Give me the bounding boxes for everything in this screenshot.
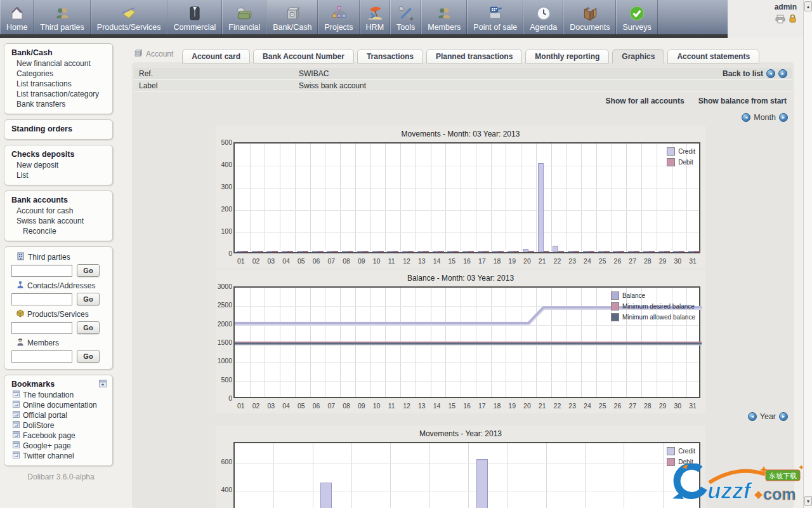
bookmark-icon	[13, 420, 20, 431]
menu-item-home[interactable]: Home	[0, 0, 34, 34]
sidebar-box-title[interactable]: Bank/Cash	[8, 47, 109, 58]
third-parties-search-input[interactable]	[11, 265, 72, 277]
debit-bar	[604, 251, 610, 252]
sidebar-box-title[interactable]: Bank accounts	[8, 194, 109, 206]
sidebar-link-new-deposit[interactable]: New deposit	[8, 160, 109, 170]
bookmark-twitter-channel[interactable]: Twitter channel	[8, 451, 109, 461]
tab-bank-account-number[interactable]: Bank Account Number	[253, 49, 354, 64]
tab-account-card[interactable]: Account card	[182, 49, 250, 64]
agenda-icon	[535, 3, 552, 23]
debit-bar	[619, 251, 624, 252]
menu-item-third-parties[interactable]: Third parties	[34, 0, 90, 34]
show-all-accounts-link[interactable]: Show for all accounts	[606, 97, 684, 105]
sidebar-link-account-for-cash[interactable]: Account for cash	[8, 206, 109, 216]
credit-bar	[357, 251, 363, 252]
menu-item-financial[interactable]: Financial	[222, 0, 266, 34]
next-month-button[interactable]: ►	[779, 113, 788, 122]
debit-bar	[453, 251, 459, 252]
tab-monthly-reporting[interactable]: Monthly reporting	[525, 49, 609, 64]
menu-item-products-services[interactable]: Products/Services	[91, 0, 167, 34]
contacts-addresses-search-input[interactable]	[11, 293, 72, 305]
menu-item-agenda[interactable]: Agenda	[523, 0, 563, 34]
next-year-button[interactable]: ►	[779, 412, 788, 421]
sidebar-link-list[interactable]: List	[8, 170, 109, 180]
menu-item-bank-cash[interactable]: Bank/Cash	[266, 0, 318, 34]
x-axis-tick: 16	[459, 257, 475, 265]
bookmark-google-page[interactable]: Google+ page	[8, 441, 109, 451]
logged-user-link[interactable]: admin	[728, 3, 797, 11]
bookmark-facebook-page[interactable]: Facebook page	[8, 431, 109, 441]
legend-swatch	[611, 291, 619, 300]
third-parties-go-button[interactable]: Go	[77, 264, 100, 277]
products-services-search-input[interactable]	[11, 322, 72, 334]
vertical-scrollbar[interactable]: ▲ ▼	[803, 0, 812, 508]
contacts-addresses-go-button[interactable]: Go	[77, 293, 100, 305]
sidebar-link-new-financial-account[interactable]: New financial account	[8, 58, 109, 69]
menu-item-surveys[interactable]: Surveys	[616, 0, 657, 34]
search-group-members: MembersGo	[8, 336, 109, 364]
menu-item-commercial[interactable]: Commercial	[167, 0, 223, 34]
menu-item-members[interactable]: Members	[421, 0, 467, 34]
credit-bar	[628, 251, 634, 252]
account-summary-table: Ref. SWIBAC Back to list ◄ ► Label Swiss…	[134, 68, 792, 92]
print-icon[interactable]	[775, 15, 785, 23]
bookmark-online-documentation[interactable]: Online documentation	[8, 400, 109, 410]
x-axis-tick: 12	[399, 402, 414, 410]
next-account-button[interactable]: ►	[778, 69, 787, 78]
prev-year-button[interactable]: ◄	[748, 412, 757, 421]
x-axis-tick: 07	[324, 257, 339, 265]
credit-bar	[266, 251, 272, 252]
menu-item-label: Documents	[570, 23, 610, 32]
sidebar-link-swiss-bank-account[interactable]: Swiss bank account	[8, 216, 109, 226]
menu-item-tools[interactable]: Tools	[390, 0, 421, 34]
back-to-list-link[interactable]: Back to list	[723, 69, 763, 78]
menu-item-documents[interactable]: Documents	[563, 0, 616, 34]
scroll-up-button[interactable]: ▲	[804, 1, 812, 11]
tab-account-statements[interactable]: Account statements	[667, 49, 759, 64]
debit-bar	[378, 251, 384, 252]
sidebar-box-title[interactable]: Checks deposits	[8, 149, 109, 160]
legend-label: Minimum desired balance	[622, 303, 695, 310]
debit-bar	[348, 251, 353, 252]
menu-item-label: Third parties	[40, 23, 84, 32]
month-nav: ◄ Month ►	[742, 113, 788, 122]
sidebar-link-reconcile[interactable]: Reconcile	[8, 226, 109, 236]
credit-bar	[372, 251, 378, 252]
search-group-third-parties: Third partiesGo	[8, 250, 109, 279]
tab-planned-transactions[interactable]: Planned transactions	[426, 49, 522, 64]
scroll-down-button[interactable]: ▼	[804, 496, 812, 506]
members-search-input[interactable]	[11, 351, 72, 363]
menu-item-hrm[interactable]: HRM	[360, 0, 390, 34]
menu-item-point-of-sale[interactable]: Point of sale	[467, 0, 523, 34]
logout-lock-icon[interactable]	[789, 14, 797, 23]
x-axis-tick: 31	[685, 257, 700, 265]
sidebar-box-bank-accounts: Bank accountsAccount for cashSwiss bank …	[4, 190, 113, 241]
x-axis-tick: 07	[324, 402, 339, 410]
prev-month-button[interactable]: ◄	[742, 113, 750, 122]
tab-transactions[interactable]: Transactions	[357, 49, 423, 64]
bookmark-dolistore[interactable]: DoliStore	[8, 420, 109, 431]
bookmark-add-icon[interactable]	[99, 378, 107, 390]
bookmark-official-portal[interactable]: Official portal	[8, 410, 109, 420]
third-parties-icon	[54, 3, 70, 23]
bookmarks-title[interactable]: Bookmarks	[8, 378, 56, 390]
members-go-button[interactable]: Go	[77, 350, 100, 363]
bookmark-the-foundation[interactable]: The foundation	[8, 390, 109, 400]
menu-item-projects[interactable]: Projects	[318, 0, 359, 34]
legend-swatch	[667, 147, 675, 156]
projects-icon	[331, 3, 347, 23]
prev-account-button[interactable]: ◄	[766, 69, 775, 78]
show-balance-from-start-link[interactable]: Show balance from start	[698, 97, 787, 105]
sidebar-link-list-transaction-category[interactable]: List transaction/category	[8, 89, 109, 99]
tab-graphics[interactable]: Graphics	[612, 49, 664, 64]
debit-bar	[303, 251, 308, 252]
sidebar-link-categories[interactable]: Categories	[8, 69, 109, 79]
chart-legend: CreditDebit	[667, 147, 695, 169]
sidebar-box-title[interactable]: Standing orders	[8, 123, 109, 135]
financial-icon	[235, 3, 253, 23]
sidebar-link-list-transactions[interactable]: List transactions	[8, 79, 109, 89]
products-services-go-button[interactable]: Go	[77, 321, 100, 334]
menu-item-label: Surveys	[622, 23, 651, 32]
sidebar-link-bank-transfers[interactable]: Bank transfers	[8, 99, 109, 109]
x-axis-tick: 11	[384, 257, 399, 265]
